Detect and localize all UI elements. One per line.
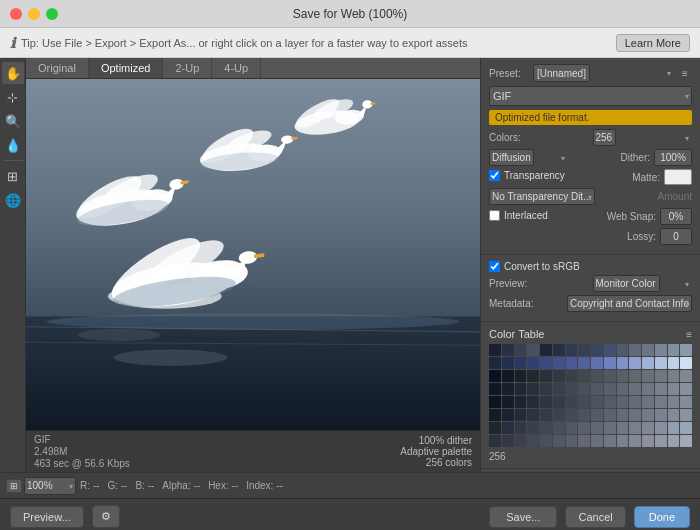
color-cell-22[interactable] [566, 357, 578, 369]
color-cell-40[interactable] [591, 370, 603, 382]
color-cell-115[interactable] [527, 435, 539, 447]
color-cell-78[interactable] [668, 396, 680, 408]
interlaced-checkbox[interactable] [489, 210, 500, 221]
learn-more-button[interactable]: Learn More [616, 34, 690, 52]
color-cell-48[interactable] [489, 383, 501, 395]
color-cell-100[interactable] [540, 422, 552, 434]
transparency-dither-select[interactable]: No Transparency Dit... [489, 188, 595, 205]
color-cell-111[interactable] [680, 422, 692, 434]
color-cell-106[interactable] [617, 422, 629, 434]
color-cell-53[interactable] [553, 383, 565, 395]
color-cell-124[interactable] [642, 435, 654, 447]
color-cell-70[interactable] [566, 396, 578, 408]
preview-select[interactable]: Monitor Color [593, 275, 660, 292]
color-cell-103[interactable] [578, 422, 590, 434]
color-cell-119[interactable] [578, 435, 590, 447]
color-cell-99[interactable] [527, 422, 539, 434]
preset-menu-button[interactable]: ≡ [678, 66, 692, 80]
color-cell-44[interactable] [642, 370, 654, 382]
save-button[interactable]: Save... [489, 506, 557, 528]
color-cell-21[interactable] [553, 357, 565, 369]
color-cell-32[interactable] [489, 370, 501, 382]
color-cell-86[interactable] [566, 409, 578, 421]
color-cell-96[interactable] [489, 422, 501, 434]
color-cell-9[interactable] [604, 344, 616, 356]
color-cell-66[interactable] [515, 396, 527, 408]
color-cell-54[interactable] [566, 383, 578, 395]
color-cell-92[interactable] [642, 409, 654, 421]
color-cell-58[interactable] [617, 383, 629, 395]
maximize-button[interactable] [46, 8, 58, 20]
color-cell-0[interactable] [489, 344, 501, 356]
color-cell-77[interactable] [655, 396, 667, 408]
transparency-checkbox[interactable] [489, 170, 500, 181]
color-cell-95[interactable] [680, 409, 692, 421]
color-cell-1[interactable] [502, 344, 514, 356]
color-cell-33[interactable] [502, 370, 514, 382]
color-cell-91[interactable] [629, 409, 641, 421]
color-cell-37[interactable] [553, 370, 565, 382]
color-cell-47[interactable] [680, 370, 692, 382]
dither-input[interactable] [654, 149, 692, 166]
zoom-tool[interactable]: 🔍 [2, 110, 24, 132]
minimize-button[interactable] [28, 8, 40, 20]
dither-algorithm-select[interactable]: Diffusion [489, 149, 534, 166]
color-cell-74[interactable] [617, 396, 629, 408]
color-cell-73[interactable] [604, 396, 616, 408]
convert-srgb-checkbox[interactable] [489, 261, 500, 272]
color-cell-19[interactable] [527, 357, 539, 369]
color-cell-112[interactable] [489, 435, 501, 447]
web-snap-input[interactable] [660, 208, 692, 225]
color-cell-2[interactable] [515, 344, 527, 356]
color-cell-36[interactable] [540, 370, 552, 382]
color-cell-79[interactable] [680, 396, 692, 408]
format-select[interactable]: GIF [489, 86, 692, 106]
color-cell-15[interactable] [680, 344, 692, 356]
zoom-select[interactable]: 100% [24, 477, 76, 495]
color-cell-8[interactable] [591, 344, 603, 356]
color-cell-42[interactable] [617, 370, 629, 382]
color-cell-34[interactable] [515, 370, 527, 382]
color-cell-31[interactable] [680, 357, 692, 369]
matte-color-swatch[interactable] [664, 169, 692, 185]
color-cell-67[interactable] [527, 396, 539, 408]
color-cell-75[interactable] [629, 396, 641, 408]
color-cell-61[interactable] [655, 383, 667, 395]
color-cell-114[interactable] [515, 435, 527, 447]
color-cell-23[interactable] [578, 357, 590, 369]
color-cell-24[interactable] [591, 357, 603, 369]
color-cell-83[interactable] [527, 409, 539, 421]
color-cell-82[interactable] [515, 409, 527, 421]
toggle-browser[interactable]: 🌐 [2, 189, 24, 211]
tab-2up[interactable]: 2-Up [163, 58, 212, 78]
color-cell-11[interactable] [629, 344, 641, 356]
color-cell-59[interactable] [629, 383, 641, 395]
color-cell-118[interactable] [566, 435, 578, 447]
close-button[interactable] [10, 8, 22, 20]
color-cell-27[interactable] [629, 357, 641, 369]
color-cell-85[interactable] [553, 409, 565, 421]
color-cell-97[interactable] [502, 422, 514, 434]
color-cell-20[interactable] [540, 357, 552, 369]
color-cell-49[interactable] [502, 383, 514, 395]
color-cell-29[interactable] [655, 357, 667, 369]
color-cell-121[interactable] [604, 435, 616, 447]
hand-tool[interactable]: ✋ [2, 62, 24, 84]
settings-button[interactable]: ⚙ [92, 505, 120, 528]
metadata-select[interactable]: Copyright and Contact Info [567, 295, 692, 312]
color-cell-122[interactable] [617, 435, 629, 447]
color-table-menu-button[interactable]: ≡ [686, 329, 692, 340]
color-cell-50[interactable] [515, 383, 527, 395]
color-cell-55[interactable] [578, 383, 590, 395]
color-cell-28[interactable] [642, 357, 654, 369]
color-cell-25[interactable] [604, 357, 616, 369]
color-cell-104[interactable] [591, 422, 603, 434]
toggle-slices[interactable]: ⊞ [2, 165, 24, 187]
color-cell-127[interactable] [680, 435, 692, 447]
tab-optimized[interactable]: Optimized [89, 58, 164, 78]
color-cell-3[interactable] [527, 344, 539, 356]
color-cell-120[interactable] [591, 435, 603, 447]
color-cell-17[interactable] [502, 357, 514, 369]
color-cell-101[interactable] [553, 422, 565, 434]
color-cell-107[interactable] [629, 422, 641, 434]
